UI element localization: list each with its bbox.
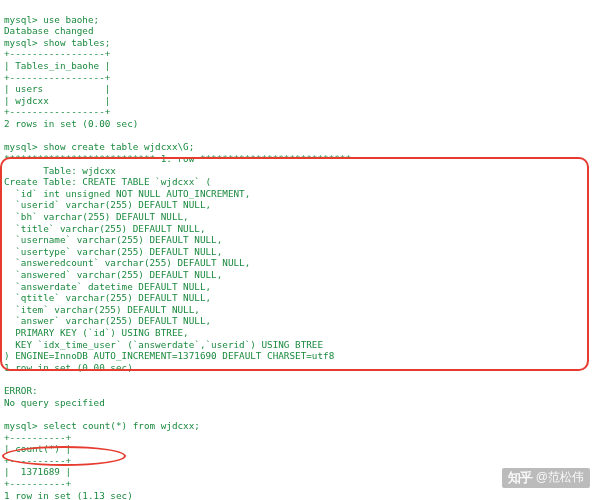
- line: +-----------------+: [4, 72, 110, 83]
- line: PRIMARY KEY (`id`) USING BTREE,: [4, 327, 189, 338]
- line: `id` int unsigned NOT NULL AUTO_INCREMEN…: [4, 188, 250, 199]
- line: `answeredcount` varchar(255) DEFAULT NUL…: [4, 257, 250, 268]
- line: Database changed: [4, 25, 94, 36]
- line: | users |: [4, 83, 110, 94]
- line: `title` varchar(255) DEFAULT NULL,: [4, 223, 206, 234]
- line: No query specified: [4, 397, 105, 408]
- watermark: 知乎 @范松伟: [502, 468, 590, 488]
- line: ERROR:: [4, 385, 38, 396]
- line: *************************** 1. row *****…: [4, 153, 351, 164]
- line: `username` varchar(255) DEFAULT NULL,: [4, 234, 222, 245]
- line: `userid` varchar(255) DEFAULT NULL,: [4, 199, 211, 210]
- line: `bh` varchar(255) DEFAULT NULL,: [4, 211, 189, 222]
- line: 1 row in set (0.00 sec): [4, 362, 133, 373]
- line: `answer` varchar(255) DEFAULT NULL,: [4, 315, 211, 326]
- line: mysql> use baohe;: [4, 14, 99, 25]
- terminal-output: mysql> use baohe; Database changed mysql…: [0, 0, 600, 500]
- line: 2 rows in set (0.00 sec): [4, 118, 138, 129]
- line: 1 row in set (1.13 sec): [4, 490, 133, 500]
- line: mysql> show create table wjdcxx\G;: [4, 141, 194, 152]
- line: mysql> show tables;: [4, 37, 110, 48]
- line: | wjdcxx |: [4, 95, 110, 106]
- line: Create Table: CREATE TABLE `wjdcxx` (: [4, 176, 211, 187]
- line: +-----------------+: [4, 48, 110, 59]
- line: | 1371689 |: [4, 466, 71, 477]
- line: `qtitle` varchar(255) DEFAULT NULL,: [4, 292, 211, 303]
- line: KEY `idx_time_user` (`answerdate`,`useri…: [4, 339, 323, 350]
- line: | count(*) |: [4, 443, 71, 454]
- line: `usertype` varchar(255) DEFAULT NULL,: [4, 246, 222, 257]
- line: `item` varchar(255) DEFAULT NULL,: [4, 304, 200, 315]
- line: Table: wjdcxx: [4, 165, 116, 176]
- line: `answered` varchar(255) DEFAULT NULL,: [4, 269, 222, 280]
- line: mysql> select count(*) from wjdcxx;: [4, 420, 200, 431]
- line: ) ENGINE=InnoDB AUTO_INCREMENT=1371690 D…: [4, 350, 334, 361]
- line: +-----------------+: [4, 106, 110, 117]
- line: | Tables_in_baohe |: [4, 60, 110, 71]
- line: `answerdate` datetime DEFAULT NULL,: [4, 281, 211, 292]
- line: +----------+: [4, 478, 71, 489]
- watermark-author: @范松伟: [536, 470, 584, 485]
- zhihu-logo-icon: 知乎: [508, 470, 532, 486]
- line: +----------+: [4, 432, 71, 443]
- line: +----------+: [4, 455, 71, 466]
